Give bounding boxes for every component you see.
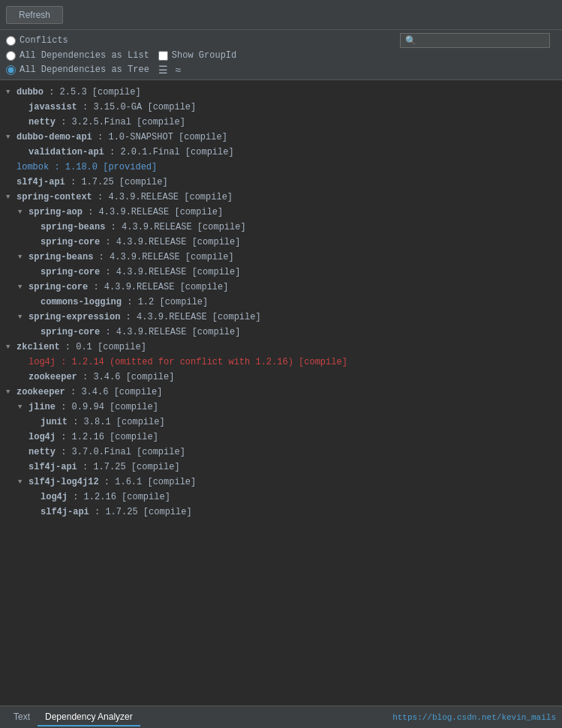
sort-icon-btn[interactable]: ≈ [173, 63, 185, 76]
dep-name: spring-core : 4.3.9.RELEASE [compile] [41, 265, 240, 279]
all-deps-list-label: All Dependencies as List [20, 50, 149, 61]
dep-name-text: spring-core [41, 267, 100, 277]
dep-version: : 2.0.1.Final [compile] [104, 147, 234, 157]
dep-name: slf4j-log4j12 : 1.6.1 [compile] [29, 475, 196, 489]
tree-item[interactable]: spring-beans : 4.3.9.RELEASE [compile] [0, 250, 562, 265]
dep-version: : 4.3.9.RELEASE [compile] [92, 192, 233, 202]
tab-dependency-analyzer[interactable]: Dependency Analyzer [38, 709, 140, 727]
dep-name: dubbo-demo-api : 1.0-SNAPSHOT [compile] [17, 130, 227, 144]
dep-name: netty : 3.7.0.Final [compile] [29, 445, 185, 459]
tree-item[interactable]: jline : 0.9.94 [compile] [0, 400, 562, 415]
dep-name-text: log4j [41, 492, 68, 502]
triangle-icon [18, 280, 27, 294]
dep-version: : 1.7.25 [compile] [89, 507, 192, 517]
controls-panel: Conflicts All Dependencies as List Show … [0, 30, 562, 80]
dep-name-text: slf4j-api [17, 177, 65, 187]
tree-item[interactable]: zookeeper : 3.4.6 [compile] [0, 385, 562, 400]
show-group-id-label[interactable]: Show GroupId [158, 50, 236, 61]
tree-item[interactable]: spring-core : 4.3.9.RELEASE [compile] [0, 325, 562, 340]
triangle-icon [18, 400, 27, 414]
dep-name: spring-beans : 4.3.9.RELEASE [compile] [29, 250, 234, 264]
dep-version: : 0.9.94 [compile] [56, 402, 158, 412]
flatten-icon-btn[interactable]: ☰ [155, 63, 171, 76]
tree-item[interactable]: slf4j-api : 1.7.25 [compile] [0, 505, 562, 520]
all-deps-list-radio-label[interactable]: All Dependencies as List [6, 50, 149, 61]
tree-item[interactable]: validation-api : 2.0.1.Final [compile] [0, 145, 562, 160]
dep-name-text: zookeeper [17, 387, 65, 397]
dep-version: : 3.2.5.Final [compile] [56, 117, 185, 127]
tree-item[interactable]: javassist : 3.15.0-GA [compile] [0, 100, 562, 115]
tree-item[interactable]: spring-core : 4.3.9.RELEASE [compile] [0, 235, 562, 250]
dep-name-text: zkclient [17, 342, 60, 352]
all-deps-tree-radio-label[interactable]: All Dependencies as Tree [6, 64, 149, 75]
dep-name-text: slf4j-api [41, 507, 89, 517]
dependency-tree: dubbo : 2.5.3 [compile]javassist : 3.15.… [0, 80, 562, 706]
tree-item[interactable]: dubbo : 2.5.3 [compile] [0, 85, 562, 100]
dep-name-text: junit [41, 417, 68, 427]
tree-item[interactable]: junit : 3.8.1 [compile] [0, 415, 562, 430]
search-input[interactable] [400, 33, 550, 48]
tree-item[interactable]: zkclient : 0.1 [compile] [0, 340, 562, 355]
controls-row-3: All Dependencies as Tree ☰ ≈ [6, 63, 556, 76]
tree-item[interactable]: spring-expression : 4.3.9.RELEASE [compi… [0, 310, 562, 325]
tab-text[interactable]: Text [6, 709, 38, 727]
tree-item[interactable]: log4j : 1.2.16 [compile] [0, 430, 562, 445]
dep-version: : 4.3.9.RELEASE [compile] [93, 252, 233, 262]
dep-name-text: zookeeper [29, 372, 77, 382]
tree-item[interactable]: spring-core : 4.3.9.RELEASE [compile] [0, 280, 562, 295]
tree-item[interactable]: commons-logging : 1.2 [compile] [0, 295, 562, 310]
dep-name: junit : 3.8.1 [compile] [41, 415, 165, 429]
dep-name-text: netty [29, 447, 56, 457]
dep-version: : 1.2.16 [compile] [68, 492, 170, 502]
triangle-icon [18, 475, 27, 489]
dep-version: : 1.6.1 [compile] [99, 477, 197, 487]
dep-version: : 2.5.3 [compile] [44, 87, 141, 97]
dep-version: : 3.8.1 [compile] [68, 417, 165, 427]
refresh-button[interactable]: Refresh [6, 6, 63, 24]
tree-item[interactable]: netty : 3.7.0.Final [compile] [0, 445, 562, 460]
show-group-id-checkbox[interactable] [158, 51, 168, 61]
tree-item[interactable]: log4j : 1.2.16 [compile] [0, 490, 562, 505]
dep-name-text: javassist [29, 102, 77, 112]
tree-item[interactable]: spring-aop : 4.3.9.RELEASE [compile] [0, 205, 562, 220]
triangle-icon [18, 250, 27, 264]
dep-version: : 3.4.6 [compile] [65, 387, 163, 397]
tree-item[interactable]: lombok : 1.18.0 [provided] [0, 160, 562, 175]
dep-name: spring-core : 4.3.9.RELEASE [compile] [41, 325, 240, 339]
conflicts-radio[interactable] [6, 36, 16, 46]
tree-item[interactable]: dubbo-demo-api : 1.0-SNAPSHOT [compile] [0, 130, 562, 145]
dep-version: : 1.7.25 [compile] [77, 462, 180, 472]
all-deps-tree-radio[interactable] [6, 65, 16, 75]
dep-name: spring-beans : 4.3.9.RELEASE [compile] [41, 220, 246, 234]
dep-name-text: spring-core [29, 282, 88, 292]
dep-name: spring-context : 4.3.9.RELEASE [compile] [17, 190, 233, 204]
tree-item[interactable]: spring-beans : 4.3.9.RELEASE [compile] [0, 220, 562, 235]
dep-name-text: log4j [29, 432, 56, 442]
triangle-icon [6, 85, 15, 99]
tree-item[interactable]: netty : 3.2.5.Final [compile] [0, 115, 562, 130]
dep-name-text: jline [29, 402, 56, 412]
triangle-icon [18, 205, 27, 219]
dep-name-text: slf4j-api [29, 462, 77, 472]
tree-item[interactable]: slf4j-api : 1.7.25 [compile] [0, 175, 562, 190]
tree-item[interactable]: slf4j-log4j12 : 1.6.1 [compile] [0, 475, 562, 490]
tree-item[interactable]: slf4j-api : 1.7.25 [compile] [0, 460, 562, 475]
tree-item[interactable]: log4j : 1.2.14 (omitted for conflict wit… [0, 355, 562, 370]
top-bar: Refresh [0, 0, 562, 30]
status-url: https://blog.csdn.net/kevin_mails [392, 713, 556, 722]
conflicts-radio-label[interactable]: Conflicts [6, 35, 68, 46]
dep-name: zookeeper : 3.4.6 [compile] [29, 370, 174, 384]
conflicts-label: Conflicts [20, 35, 68, 46]
dep-name-text: spring-beans [41, 222, 105, 232]
dep-version: : 1.7.25 [compile] [65, 177, 168, 187]
dep-name: netty : 3.2.5.Final [compile] [29, 115, 185, 129]
dep-name: spring-expression : 4.3.9.RELEASE [compi… [29, 310, 261, 324]
tree-item[interactable]: zookeeper : 3.4.6 [compile] [0, 370, 562, 385]
tree-item[interactable]: spring-core : 4.3.9.RELEASE [compile] [0, 265, 562, 280]
dep-name: validation-api : 2.0.1.Final [compile] [29, 145, 234, 159]
dep-version: : 3.4.6 [compile] [77, 372, 175, 382]
tree-item[interactable]: spring-context : 4.3.9.RELEASE [compile] [0, 190, 562, 205]
tree-action-icons: ☰ ≈ [155, 63, 185, 76]
all-deps-list-radio[interactable] [6, 51, 16, 61]
dep-name: log4j : 1.2.16 [compile] [41, 490, 170, 504]
